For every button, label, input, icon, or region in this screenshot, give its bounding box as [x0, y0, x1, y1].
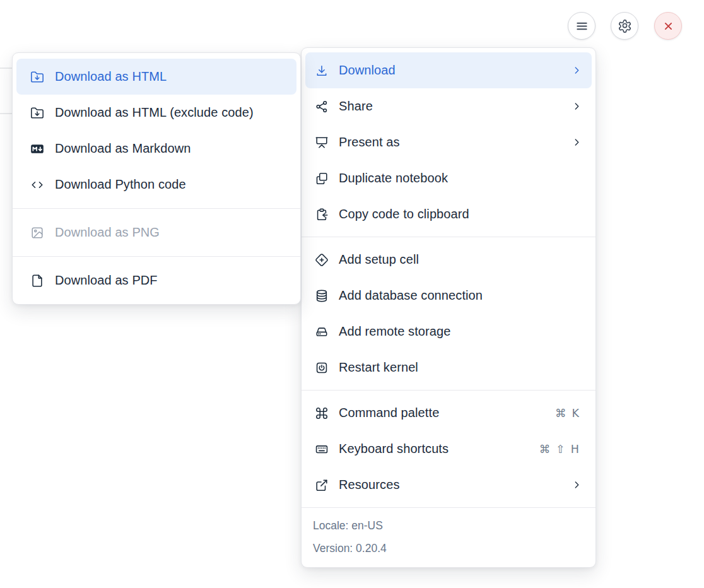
- folder-down-icon: [30, 70, 44, 84]
- code-icon: [30, 178, 44, 192]
- menu-item-label: Download Python code: [55, 177, 288, 192]
- keyboard-icon: [315, 442, 329, 456]
- version-text: Version: 0.20.4: [313, 537, 584, 560]
- menu-item-label: Add database connection: [339, 288, 583, 303]
- close-button[interactable]: [654, 12, 682, 40]
- menu-item-label: Keyboard shortcuts: [339, 442, 529, 456]
- menu-item-label: Resources: [339, 478, 561, 492]
- background-rule-line: [0, 68, 12, 69]
- diamond-plus-icon: [315, 253, 329, 267]
- menu-section: Download as PNG: [13, 209, 300, 256]
- database-icon: [315, 289, 329, 303]
- locale-text: Locale: en-US: [313, 514, 584, 537]
- menu-item-label: Add remote storage: [339, 324, 583, 339]
- menu-item-label: Restart kernel: [339, 360, 583, 375]
- menu-item-label: Add setup cell: [339, 252, 583, 267]
- menu-item-download-as-html-exclude-code[interactable]: Download as HTML (exclude code): [16, 95, 296, 131]
- close-icon: [661, 19, 676, 33]
- share-network-icon: [315, 100, 329, 114]
- chevron-right-icon: [571, 64, 583, 76]
- hard-drive-icon: [315, 325, 329, 339]
- chevron-right-icon: [571, 136, 583, 148]
- menu-item-resources[interactable]: Resources: [305, 467, 592, 503]
- menu-item-label: Command palette: [339, 406, 545, 420]
- menu-item-download-as-pdf[interactable]: Download as PDF: [16, 262, 296, 298]
- background-rule-line: [0, 113, 12, 114]
- menu-item-download-as-png: Download as PNG: [16, 215, 296, 250]
- menu-item-copy-code-to-clipboard[interactable]: Copy code to clipboard: [305, 196, 592, 232]
- shortcut-key: K: [572, 407, 579, 420]
- menu-item-label: Download as PNG: [55, 225, 288, 240]
- shortcut-key: ⌘: [555, 407, 566, 420]
- menu-item-command-palette[interactable]: Command palette⌘K: [305, 395, 592, 431]
- menu-item-add-remote-storage[interactable]: Add remote storage: [305, 314, 592, 350]
- gear-icon: [618, 19, 632, 33]
- image-icon: [30, 226, 44, 240]
- file-icon: [30, 274, 44, 288]
- menu-item-label: Share: [339, 99, 561, 114]
- menu-item-label: Download as Markdown: [55, 141, 288, 156]
- shortcut-key: ⌘: [539, 443, 551, 456]
- settings-button[interactable]: [611, 12, 638, 40]
- shortcut-key: ⇧: [556, 443, 565, 456]
- menu-item-label: Download as PDF: [55, 273, 288, 288]
- menu-item-add-setup-cell[interactable]: Add setup cell: [305, 242, 592, 278]
- menu-item-add-database-connection[interactable]: Add database connection: [305, 278, 592, 314]
- chevron-right-icon: [571, 479, 583, 491]
- menu-item-label: Download as HTML (exclude code): [55, 105, 288, 120]
- chevron-right-icon: [571, 100, 583, 112]
- menu-item-keyboard-shortcuts[interactable]: Keyboard shortcuts⌘⇧H: [305, 431, 592, 467]
- markdown-icon: [30, 142, 44, 156]
- menu-item-label: Download: [339, 63, 561, 78]
- main-menu: DownloadSharePresent asDuplicate noteboo…: [301, 47, 596, 568]
- menu-item-present-as[interactable]: Present as: [305, 124, 592, 160]
- menu-section: Command palette⌘KKeyboard shortcuts⌘⇧HRe…: [302, 391, 595, 507]
- download-submenu: Download as HTMLDownload as HTML (exclud…: [12, 52, 301, 305]
- menu-item-download-as-html[interactable]: Download as HTML: [16, 59, 296, 95]
- menu-footer: Locale: en-US Version: 0.20.4: [302, 507, 595, 567]
- shortcut-hint: ⌘⇧H: [539, 443, 583, 456]
- presentation-icon: [315, 136, 329, 150]
- menu-item-label: Copy code to clipboard: [339, 207, 583, 221]
- clipboard-copy-icon: [315, 208, 329, 221]
- menu-item-download-python-code[interactable]: Download Python code: [16, 167, 296, 203]
- hamburger-icon: [575, 19, 589, 33]
- command-icon: [315, 406, 329, 420]
- menu-section: Download as HTMLDownload as HTML (exclud…: [13, 53, 300, 208]
- power-icon: [315, 361, 329, 375]
- menu-item-download-as-markdown[interactable]: Download as Markdown: [16, 131, 296, 167]
- menu-item-label: Duplicate notebook: [339, 171, 583, 185]
- shortcut-key: H: [571, 443, 579, 456]
- menu-item-duplicate-notebook[interactable]: Duplicate notebook: [305, 160, 592, 196]
- menu-item-share[interactable]: Share: [305, 88, 592, 124]
- external-link-icon: [315, 478, 329, 492]
- menu-button[interactable]: [568, 12, 595, 40]
- menu-item-download[interactable]: Download: [305, 52, 592, 88]
- menu-item-label: Download as HTML: [55, 69, 288, 84]
- menu-section: Add setup cellAdd database connectionAdd…: [302, 237, 595, 390]
- copy-icon: [315, 172, 329, 185]
- menu-section: DownloadSharePresent asDuplicate noteboo…: [302, 48, 595, 237]
- menu-item-label: Present as: [339, 135, 561, 150]
- shortcut-hint: ⌘K: [555, 407, 583, 420]
- menu-section: Download as PDF: [13, 257, 300, 304]
- menu-item-restart-kernel[interactable]: Restart kernel: [305, 350, 592, 385]
- folder-down-icon: [30, 106, 44, 120]
- download-icon: [315, 64, 329, 78]
